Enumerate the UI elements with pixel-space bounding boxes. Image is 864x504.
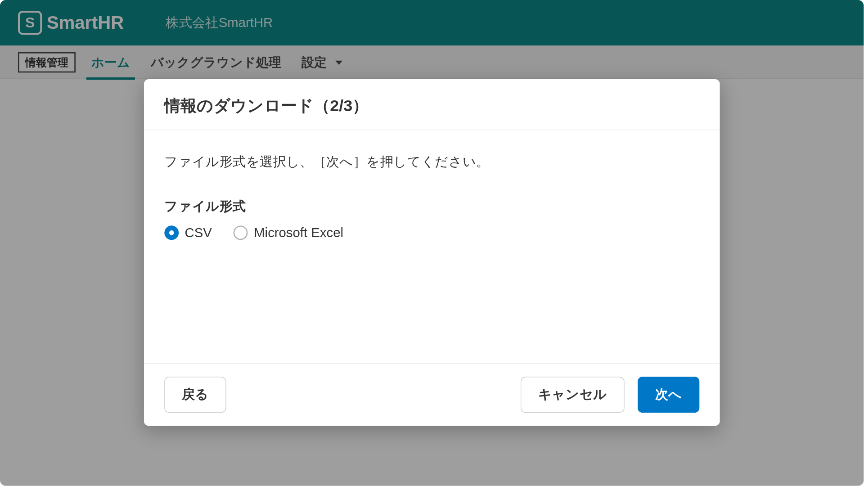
radio-label: Microsoft Excel [254,225,343,241]
radio-icon [234,225,248,240]
back-button[interactable]: 戻る [164,377,226,413]
file-format-label: ファイル形式 [164,198,699,216]
download-dialog: 情報のダウンロード（2/3） ファイル形式を選択し、［次へ］を押してください。 … [144,79,720,426]
modal-overlay: 情報のダウンロード（2/3） ファイル形式を選択し、［次へ］を押してください。 … [0,0,864,486]
radio-option-csv[interactable]: CSV [164,225,212,241]
dialog-title: 情報のダウンロード（2/3） [164,95,699,117]
radio-label: CSV [185,225,212,241]
cancel-button[interactable]: キャンセル [521,377,625,413]
file-format-radio-group: CSV Microsoft Excel [164,225,699,241]
dialog-footer: 戻る キャンセル 次へ [144,363,720,426]
radio-option-excel[interactable]: Microsoft Excel [234,225,343,241]
radio-icon [164,225,179,240]
dialog-header: 情報のダウンロード（2/3） [144,79,720,130]
dialog-body: ファイル形式を選択し、［次へ］を押してください。 ファイル形式 CSV Micr… [144,130,720,363]
dialog-instruction: ファイル形式を選択し、［次へ］を押してください。 [164,153,699,171]
next-button[interactable]: 次へ [638,377,699,413]
